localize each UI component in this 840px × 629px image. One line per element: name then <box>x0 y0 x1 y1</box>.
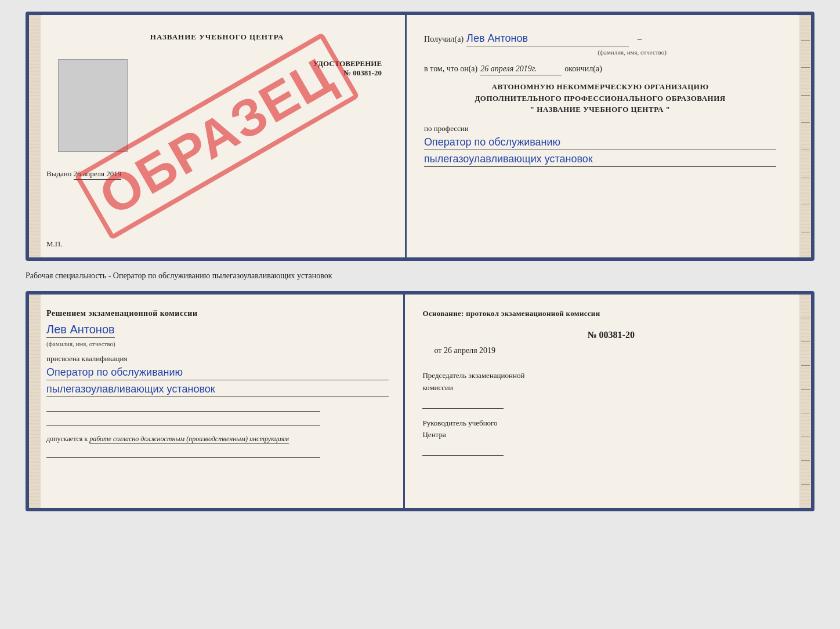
protocol-date: от 26 апреля 2019 <box>422 346 799 355</box>
cert-right-page: Получил(а) Лев Антонов – (фамилия, имя, … <box>407 15 811 257</box>
between-text: Рабочая специальность - Оператор по обсл… <box>26 267 814 285</box>
cert-doc-type: УДОСТОВЕРЕНИЕ № 00381-20 <box>136 59 382 78</box>
diploma-book: Решением экзаменационной комиссии Лев Ан… <box>26 291 814 511</box>
allowed-value: работе согласно должностным (производств… <box>89 435 289 443</box>
cert-number: № 00381-20 <box>343 68 382 77</box>
diploma-right-page: Основание: протокол экзаменационной коми… <box>405 294 811 508</box>
qualification-value-2: пылегазоулавливающих установок <box>46 383 389 397</box>
protocol-number: № 00381-20 <box>422 330 799 340</box>
head-block: Руководитель учебного Центра <box>422 417 799 456</box>
certificate-book: НАЗВАНИЕ УЧЕБНОГО ЦЕНТРА УДОСТОВЕРЕНИЕ №… <box>26 12 814 261</box>
diploma-name-subtitle: (фамилия, имя, отчество) <box>46 340 389 347</box>
in-that-line: в том, что он(а) 26 апреля 2019г. окончи… <box>424 64 776 75</box>
cert-issued-area: Выдано 26 апреля 2019 <box>46 158 388 179</box>
cert-left-page: НАЗВАНИЕ УЧЕБНОГО ЦЕНТРА УДОСТОВЕРЕНИЕ №… <box>29 15 407 257</box>
decision-text: Решением экзаменационной комиссии <box>46 309 389 318</box>
cert-photo <box>58 59 128 152</box>
basis-text: Основание: протокол экзаменационной коми… <box>422 309 799 318</box>
head-sig-line <box>422 444 504 456</box>
chairman-block: Председатель экзаменационной комиссии <box>422 370 799 409</box>
diploma-left-page: Решением экзаменационной комиссии Лев Ан… <box>29 294 405 508</box>
profession-label: по профессии <box>424 124 776 133</box>
allowed-text: допускается к работе согласно должностны… <box>46 435 389 443</box>
qualification-value-1: Оператор по обслуживанию <box>46 366 389 380</box>
cert-mp: М.П. <box>46 239 62 249</box>
profession-value-1: Оператор по обслуживанию <box>424 136 776 150</box>
received-line: Получил(а) Лев Антонов – <box>424 32 776 46</box>
qualification-label: присвоена квалификация <box>46 354 389 363</box>
chairman-sig-line <box>422 397 504 409</box>
name-subtitle: (фамилия, имя, отчество) <box>488 49 776 56</box>
cert-right-content: Получил(а) Лев Антонов – (фамилия, имя, … <box>424 32 799 167</box>
profession-value-2: пылегазоулавливающих установок <box>424 153 776 167</box>
org-block: АВТОНОМНУЮ НЕКОММЕРЧЕСКУЮ ОРГАНИЗАЦИЮ ДО… <box>424 81 776 115</box>
cert-school-name: НАЗВАНИЕ УЧЕБНОГО ЦЕНТРА <box>46 32 388 42</box>
diploma-person-name: Лев Антонов <box>46 323 115 338</box>
document-container: НАЗВАНИЕ УЧЕБНОГО ЦЕНТРА УДОСТОВЕРЕНИЕ №… <box>26 12 814 511</box>
